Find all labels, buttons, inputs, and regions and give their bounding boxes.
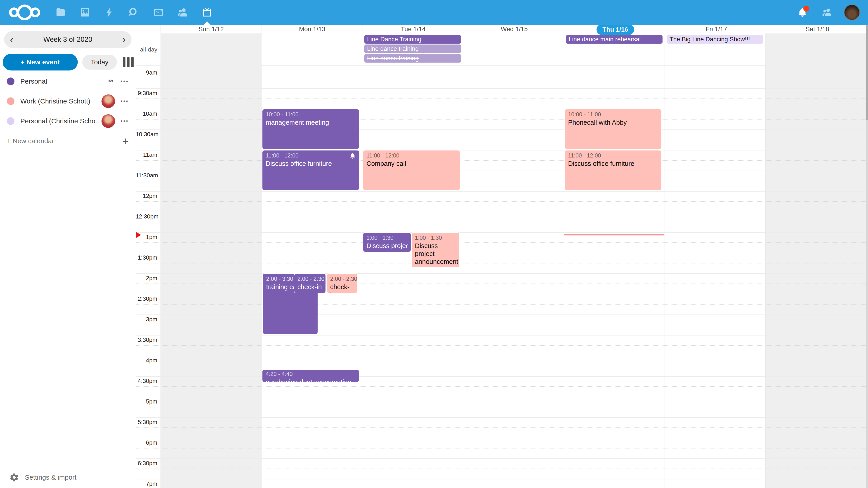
top-bar: [0, 0, 868, 25]
calendar-menu-button[interactable]: •••: [121, 98, 129, 104]
nextcloud-logo[interactable]: [9, 4, 40, 20]
sidebar-actions: + New event Today: [3, 54, 133, 70]
share-link-icon[interactable]: [106, 76, 115, 86]
calendar-list-item[interactable]: Personal•••: [0, 71, 135, 91]
scrollbar-thumb[interactable]: [866, 25, 868, 120]
event[interactable]: 2:00 - 2:30check-in: [327, 273, 358, 293]
new-calendar-button[interactable]: + New calendar+: [0, 131, 135, 151]
calendar-list-item[interactable]: Personal (Christine Scho...•••: [0, 111, 135, 131]
week-label[interactable]: Week 3 of 2020: [19, 35, 117, 43]
event-title: check-in: [330, 283, 354, 293]
event[interactable]: 1:00 - 1:30Discuss project announcement: [363, 232, 411, 252]
time-label: 7pm: [135, 480, 157, 487]
calendar-list-item[interactable]: Work (Christine Schott)•••: [0, 91, 135, 111]
calendar-item-actions: •••: [101, 94, 129, 108]
day-column[interactable]: [463, 66, 564, 488]
view-bar: [127, 57, 129, 67]
event[interactable]: 2:00 - 2:30check-in: [294, 273, 326, 293]
time-label: 11am: [135, 151, 157, 158]
app-icon-activity[interactable]: [97, 0, 122, 25]
event-time: 10:00 - 11:00: [266, 111, 355, 118]
app-icon-contacts[interactable]: [170, 0, 195, 25]
event-title: Company call: [366, 160, 456, 168]
calendar-menu-button[interactable]: •••: [121, 78, 129, 85]
calendar-menu-button[interactable]: •••: [121, 118, 129, 124]
day-column[interactable]: [160, 66, 261, 488]
event-title: check-in: [298, 283, 322, 291]
day-header-fri[interactable]: Fri 1/17: [666, 25, 767, 33]
user-avatar[interactable]: [844, 4, 860, 20]
reminder-bell-icon: [349, 153, 356, 160]
event-time: 4:20 - 4:40: [266, 370, 355, 378]
settings-import-button[interactable]: Settings & import: [9, 473, 76, 482]
all-day-event[interactable]: The Big Line Dancing Show!!!: [667, 35, 763, 43]
event-title: Discuss office furniture: [266, 160, 355, 168]
event[interactable]: 11:00 - 12:00Discuss office furniture: [262, 150, 359, 191]
app-navigation: [49, 0, 219, 25]
time-label: 5pm: [135, 398, 157, 405]
day-column[interactable]: [664, 66, 766, 488]
time-label: 3:30pm: [135, 336, 157, 344]
day-header-thu[interactable]: Thu 1/16: [565, 25, 666, 33]
time-label: 1:30pm: [135, 254, 157, 261]
event[interactable]: 11:00 - 12:00Discuss office furniture: [564, 150, 662, 191]
next-week-button[interactable]: ›: [117, 35, 126, 44]
event[interactable]: 11:00 - 12:00Company call: [363, 150, 460, 191]
event[interactable]: 1:00 - 1:30Discuss project announcement: [411, 232, 460, 268]
time-label: 6:30pm: [135, 460, 157, 467]
plus-icon: +: [123, 135, 129, 147]
app-icon-calendar[interactable]: [195, 0, 219, 25]
event[interactable]: 10:00 - 11:00Phonecall with Abby: [564, 109, 662, 149]
event-title: Discuss office furniture: [568, 160, 658, 168]
event[interactable]: 10:00 - 11:00management meeting: [262, 109, 359, 149]
all-day-event[interactable]: Line dance training: [364, 54, 461, 63]
event-title: Discuss project announcement: [415, 242, 456, 265]
all-day-event[interactable]: Line Dance Training: [364, 35, 461, 43]
time-label: 12pm: [135, 193, 157, 199]
time-label: 9am: [135, 69, 157, 76]
event-time: 1:00 - 1:30: [415, 234, 456, 241]
view-switcher-icon[interactable]: [123, 57, 133, 67]
event-title: Phonecall with Abby: [568, 119, 658, 127]
day-header-sun[interactable]: Sun 1/12: [160, 25, 261, 33]
vertical-scrollbar[interactable]: [866, 25, 868, 488]
event-time: 2:00 - 2:30: [298, 275, 322, 283]
day-column[interactable]: 10:00 - 11:00Phonecall with Abby11:00 - …: [564, 66, 665, 488]
event-title: management meeting: [266, 119, 355, 127]
day-column[interactable]: 10:00 - 11:00management meeting11:00 - 1…: [261, 66, 362, 488]
calendar-name: Work (Christine Schott): [20, 97, 101, 105]
app-icon-photos[interactable]: [73, 0, 97, 25]
logo-circle: [17, 4, 33, 20]
contacts-menu-icon[interactable]: [819, 5, 834, 20]
time-label: 5:30pm: [135, 419, 157, 426]
event-time: 11:00 - 12:00: [568, 152, 658, 159]
day-header-sat[interactable]: Sat 1/18: [767, 25, 868, 33]
all-day-cell: [261, 33, 362, 66]
event-time: 2:00 - 2:30: [330, 275, 354, 283]
all-day-event[interactable]: Line dance training: [364, 44, 461, 53]
calendar-item-actions: •••: [101, 114, 129, 128]
current-time-arrow: [136, 232, 141, 238]
today-button[interactable]: Today: [82, 55, 117, 70]
calendar-name: Personal: [20, 77, 106, 85]
app-icon-files[interactable]: [49, 0, 73, 25]
event-title: Discuss project announcement: [366, 242, 408, 250]
all-day-cell: Line dance main rehearsal: [564, 33, 664, 66]
day-header-tue[interactable]: Tue 1/14: [363, 25, 464, 33]
day-column[interactable]: 11:00 - 12:00Company call1:00 - 1:30Disc…: [362, 66, 463, 488]
notifications-bell-icon[interactable]: [795, 5, 810, 20]
day-header-mon[interactable]: Mon 1/13: [261, 25, 363, 33]
calendar-item-actions: •••: [106, 76, 129, 86]
calendar-color-dot: [7, 97, 14, 105]
day-column[interactable]: [765, 66, 866, 488]
new-event-button[interactable]: + New event: [3, 54, 78, 70]
today-day-pill[interactable]: Thu 1/16: [596, 24, 634, 35]
previous-week-button[interactable]: ‹: [10, 35, 19, 44]
time-label: 9:30am: [135, 90, 157, 97]
all-day-event[interactable]: Line dance main rehearsal: [566, 35, 662, 43]
day-header-wed[interactable]: Wed 1/15: [464, 25, 565, 33]
app-icon-mail[interactable]: [146, 0, 170, 25]
time-label: 12:30pm: [135, 213, 157, 220]
app-icon-search[interactable]: [122, 0, 146, 25]
event[interactable]: 4:20 - 4:40purchasing dept conversation: [262, 369, 359, 383]
